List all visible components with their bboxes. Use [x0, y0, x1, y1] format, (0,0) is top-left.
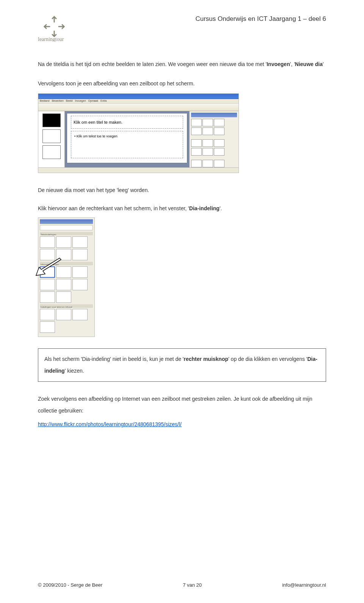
logo-text: learningtour: [38, 36, 64, 42]
menu-item: Extra: [100, 98, 107, 104]
layout-cell: [56, 249, 71, 260]
paragraph-4: Klik hiervoor aan de rechterkant van het…: [38, 203, 326, 214]
paragraph-1: Na de titeldia is het tijd om echte beel…: [38, 58, 326, 70]
paragraph-2: Vervolgens toon je een afbeelding van ee…: [38, 78, 326, 90]
layout-cell: [72, 266, 88, 278]
text: Klik hiervoor aan de rechterkant van het…: [38, 205, 189, 211]
term-rechter-muisknop: rechter muisknop: [184, 356, 228, 362]
layout-cell: [56, 309, 71, 320]
layout-cell-blank: [40, 266, 55, 278]
text: ': [323, 61, 324, 67]
menu-item: Invoegen: [75, 98, 86, 104]
layout-cell: [56, 291, 71, 303]
dia-indeling-pane-screenshot: Tekstindelingen Inhoudsindelingen Indeli…: [38, 217, 95, 337]
menu-item: Bestand: [40, 98, 50, 104]
slide-body-placeholder: • Klik om tekst toe te voegen: [71, 131, 183, 158]
layout-cell: [40, 291, 55, 303]
flickr-link[interactable]: http://www.flickr.com/photos/learningtou…: [38, 421, 182, 427]
powerpoint-screenshot: Bestand Bewerken Beeld Invoegen Opmaak E…: [38, 93, 239, 173]
paragraph-3: De nieuwe dia moet van het type 'leeg' w…: [38, 184, 326, 196]
layout-cell: [40, 236, 55, 248]
paragraph-5: Zoek vervolgens een afbeelding op Intern…: [38, 393, 326, 417]
footer-email: info@learningtour.nl: [282, 582, 326, 588]
layout-cell: [40, 321, 55, 333]
term-dia-indeling: Dia-indeling: [189, 205, 220, 211]
slide-title-placeholder: Klik om een titel te maken.: [71, 116, 183, 129]
layout-cell: [40, 249, 55, 260]
pane-section-label: Tekstindelingen: [40, 232, 93, 235]
layout-cell: [40, 279, 55, 290]
thumb-3: [42, 145, 61, 159]
layout-cell: [72, 236, 88, 248]
logo: learningtour: [38, 15, 80, 43]
text: '.: [220, 205, 222, 211]
ppt-menubar: Bestand Bewerken Beeld Invoegen Opmaak E…: [38, 99, 238, 104]
term-nieuwe-dia: Nieuwe dia: [295, 61, 323, 67]
pane-dropdown: [40, 225, 93, 230]
menu-item: Opmaak: [88, 98, 98, 104]
term-invoegen: Invoegen: [267, 61, 290, 67]
layout-cell: [40, 309, 55, 320]
text: Na de titeldia is het tijd om echte beel…: [38, 61, 267, 67]
layout-cell: [56, 236, 71, 248]
layout-cell: [56, 266, 71, 278]
pane-section-label: Indelingen voor tekst en inhoud: [40, 304, 93, 308]
ppt-toolbar: [38, 104, 238, 111]
footer-copyright: © 2009/2010 - Serge de Beer: [38, 582, 102, 588]
pane-section-label: Inhoudsindelingen: [40, 262, 93, 265]
layout-cell: [56, 279, 71, 290]
tip-box: Als het scherm 'Dia-indeling' niet in be…: [38, 348, 326, 382]
text: ' kiezen.: [65, 368, 84, 374]
page-header: learningtour Cursus Onderwijs en ICT Jaa…: [38, 15, 326, 43]
layout-cell: [72, 249, 88, 260]
footer-page-number: 7 van 20: [183, 582, 202, 588]
text: Als het scherm 'Dia-indeling' niet in be…: [44, 356, 184, 362]
thumb-2: [42, 129, 61, 143]
course-title: Cursus Onderwijs en ICT Jaargang 1 – dee…: [80, 15, 326, 23]
document-body: Na de titeldia is het tijd om echte beel…: [38, 58, 326, 430]
ppt-statusbar: [38, 167, 238, 173]
task-pane: [189, 111, 238, 167]
thumb-1: [42, 113, 61, 127]
text: ', ': [290, 61, 295, 67]
page-footer: © 2009/2010 - Serge de Beer 7 van 20 inf…: [38, 582, 326, 588]
pane-header: [40, 219, 93, 224]
menu-item: Bewerken: [52, 98, 64, 104]
menu-item: Beeld: [66, 98, 73, 104]
layout-cell: [72, 279, 88, 290]
text: ' op de dia klikken en vervolgens ': [228, 356, 307, 362]
slide-editor: Klik om een titel te maken. • Klik om te…: [65, 111, 189, 167]
layout-cell: [72, 309, 88, 320]
slide-thumbnails: [38, 111, 65, 167]
